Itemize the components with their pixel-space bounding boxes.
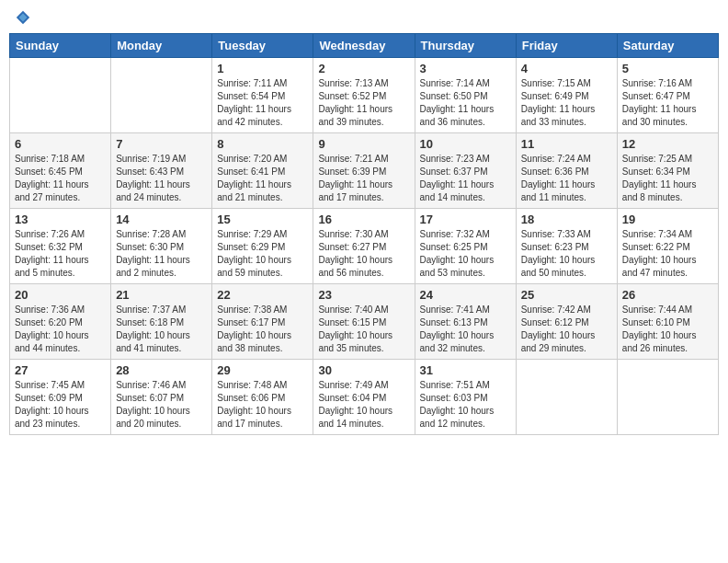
day-number: 26 — [622, 288, 713, 302]
calendar-day-cell: 25Sunrise: 7:42 AM Sunset: 6:12 PM Dayli… — [516, 284, 617, 360]
day-number: 9 — [318, 137, 409, 151]
day-number: 30 — [318, 363, 409, 377]
calendar-day-cell: 12Sunrise: 7:25 AM Sunset: 6:34 PM Dayli… — [617, 133, 718, 209]
day-of-week-header: Wednesday — [313, 34, 415, 58]
day-number: 27 — [15, 363, 106, 377]
calendar-day-cell — [111, 58, 212, 133]
day-info: Sunrise: 7:13 AM Sunset: 6:52 PM Dayligh… — [318, 77, 409, 129]
day-info: Sunrise: 7:16 AM Sunset: 6:47 PM Dayligh… — [622, 77, 713, 129]
day-of-week-header: Saturday — [617, 34, 718, 58]
calendar-day-cell: 19Sunrise: 7:34 AM Sunset: 6:22 PM Dayli… — [617, 209, 718, 284]
day-info: Sunrise: 7:41 AM Sunset: 6:13 PM Dayligh… — [420, 304, 511, 355]
calendar-day-cell: 6Sunrise: 7:18 AM Sunset: 6:45 PM Daylig… — [10, 133, 111, 209]
day-info: Sunrise: 7:34 AM Sunset: 6:22 PM Dayligh… — [622, 228, 713, 280]
day-of-week-header: Thursday — [415, 34, 516, 58]
calendar-day-cell: 5Sunrise: 7:16 AM Sunset: 6:47 PM Daylig… — [617, 58, 718, 133]
calendar-day-cell: 17Sunrise: 7:32 AM Sunset: 6:25 PM Dayli… — [415, 209, 516, 284]
day-number: 17 — [420, 213, 511, 226]
day-number: 16 — [318, 213, 409, 226]
day-info: Sunrise: 7:30 AM Sunset: 6:27 PM Dayligh… — [318, 228, 409, 280]
day-info: Sunrise: 7:19 AM Sunset: 6:43 PM Dayligh… — [116, 153, 207, 204]
calendar-week-row: 20Sunrise: 7:36 AM Sunset: 6:20 PM Dayli… — [10, 284, 719, 360]
calendar-day-cell: 13Sunrise: 7:26 AM Sunset: 6:32 PM Dayli… — [10, 209, 111, 284]
day-info: Sunrise: 7:38 AM Sunset: 6:17 PM Dayligh… — [217, 304, 308, 355]
calendar-day-cell: 9Sunrise: 7:21 AM Sunset: 6:39 PM Daylig… — [313, 133, 415, 209]
calendar-day-cell: 15Sunrise: 7:29 AM Sunset: 6:29 PM Dayli… — [212, 209, 313, 284]
day-number: 24 — [420, 288, 511, 302]
day-info: Sunrise: 7:21 AM Sunset: 6:39 PM Dayligh… — [318, 153, 409, 204]
calendar-week-row: 13Sunrise: 7:26 AM Sunset: 6:32 PM Dayli… — [10, 209, 719, 284]
day-info: Sunrise: 7:49 AM Sunset: 6:04 PM Dayligh… — [318, 379, 409, 431]
day-info: Sunrise: 7:23 AM Sunset: 6:37 PM Dayligh… — [420, 153, 511, 204]
day-number: 5 — [622, 62, 713, 75]
day-info: Sunrise: 7:36 AM Sunset: 6:20 PM Dayligh… — [15, 304, 106, 355]
day-of-week-header: Friday — [516, 34, 617, 58]
day-number: 25 — [521, 288, 612, 302]
calendar-day-cell: 3Sunrise: 7:14 AM Sunset: 6:50 PM Daylig… — [415, 58, 516, 133]
calendar-day-cell: 11Sunrise: 7:24 AM Sunset: 6:36 PM Dayli… — [516, 133, 617, 209]
day-info: Sunrise: 7:40 AM Sunset: 6:15 PM Dayligh… — [318, 304, 409, 355]
day-number: 4 — [521, 62, 612, 75]
day-info: Sunrise: 7:25 AM Sunset: 6:34 PM Dayligh… — [622, 153, 713, 204]
day-info: Sunrise: 7:15 AM Sunset: 6:49 PM Dayligh… — [521, 77, 612, 129]
day-number: 22 — [217, 288, 308, 302]
calendar-day-cell: 16Sunrise: 7:30 AM Sunset: 6:27 PM Dayli… — [313, 209, 415, 284]
calendar-day-cell — [516, 360, 617, 435]
calendar-day-cell: 21Sunrise: 7:37 AM Sunset: 6:18 PM Dayli… — [111, 284, 212, 360]
calendar-day-cell: 2Sunrise: 7:13 AM Sunset: 6:52 PM Daylig… — [313, 58, 415, 133]
calendar-day-cell: 28Sunrise: 7:46 AM Sunset: 6:07 PM Dayli… — [111, 360, 212, 435]
day-number: 20 — [15, 288, 106, 302]
day-number: 19 — [622, 213, 713, 226]
day-info: Sunrise: 7:37 AM Sunset: 6:18 PM Dayligh… — [116, 304, 207, 355]
day-info: Sunrise: 7:28 AM Sunset: 6:30 PM Dayligh… — [116, 228, 207, 280]
calendar-table: SundayMondayTuesdayWednesdayThursdayFrid… — [9, 33, 719, 435]
day-info: Sunrise: 7:32 AM Sunset: 6:25 PM Dayligh… — [420, 228, 511, 280]
day-number: 14 — [116, 213, 207, 226]
day-of-week-header: Sunday — [10, 34, 111, 58]
calendar-day-cell — [617, 360, 718, 435]
calendar-week-row: 27Sunrise: 7:45 AM Sunset: 6:09 PM Dayli… — [10, 360, 719, 435]
day-info: Sunrise: 7:45 AM Sunset: 6:09 PM Dayligh… — [15, 379, 106, 431]
day-number: 21 — [116, 288, 207, 302]
day-number: 12 — [622, 137, 713, 151]
day-number: 23 — [318, 288, 409, 302]
calendar-day-cell: 27Sunrise: 7:45 AM Sunset: 6:09 PM Dayli… — [10, 360, 111, 435]
day-info: Sunrise: 7:14 AM Sunset: 6:50 PM Dayligh… — [420, 77, 511, 129]
day-number: 13 — [15, 213, 106, 226]
day-info: Sunrise: 7:26 AM Sunset: 6:32 PM Dayligh… — [15, 228, 106, 280]
day-number: 8 — [217, 137, 308, 151]
calendar-day-cell: 22Sunrise: 7:38 AM Sunset: 6:17 PM Dayli… — [212, 284, 313, 360]
calendar-day-cell: 18Sunrise: 7:33 AM Sunset: 6:23 PM Dayli… — [516, 209, 617, 284]
calendar-day-cell — [10, 58, 111, 133]
calendar-day-cell: 29Sunrise: 7:48 AM Sunset: 6:06 PM Dayli… — [212, 360, 313, 435]
day-info: Sunrise: 7:46 AM Sunset: 6:07 PM Dayligh… — [116, 379, 207, 431]
calendar-body: 1Sunrise: 7:11 AM Sunset: 6:54 PM Daylig… — [10, 58, 719, 435]
day-number: 2 — [318, 62, 409, 75]
calendar-day-cell: 7Sunrise: 7:19 AM Sunset: 6:43 PM Daylig… — [111, 133, 212, 209]
day-number: 10 — [420, 137, 511, 151]
calendar-day-cell: 20Sunrise: 7:36 AM Sunset: 6:20 PM Dayli… — [10, 284, 111, 360]
day-number: 31 — [420, 363, 511, 377]
day-number: 29 — [217, 363, 308, 377]
day-number: 3 — [420, 62, 511, 75]
day-info: Sunrise: 7:29 AM Sunset: 6:29 PM Dayligh… — [217, 228, 308, 280]
day-info: Sunrise: 7:48 AM Sunset: 6:06 PM Dayligh… — [217, 379, 308, 431]
day-info: Sunrise: 7:51 AM Sunset: 6:03 PM Dayligh… — [420, 379, 511, 431]
calendar-day-cell: 10Sunrise: 7:23 AM Sunset: 6:37 PM Dayli… — [415, 133, 516, 209]
calendar-day-cell: 31Sunrise: 7:51 AM Sunset: 6:03 PM Dayli… — [415, 360, 516, 435]
day-info: Sunrise: 7:11 AM Sunset: 6:54 PM Dayligh… — [217, 77, 308, 129]
day-info: Sunrise: 7:18 AM Sunset: 6:45 PM Dayligh… — [15, 153, 106, 204]
day-number: 15 — [217, 213, 308, 226]
day-number: 6 — [15, 137, 106, 151]
days-of-week-row: SundayMondayTuesdayWednesdayThursdayFrid… — [10, 34, 719, 58]
calendar-day-cell: 30Sunrise: 7:49 AM Sunset: 6:04 PM Dayli… — [313, 360, 415, 435]
calendar-week-row: 6Sunrise: 7:18 AM Sunset: 6:45 PM Daylig… — [10, 133, 719, 209]
calendar-day-cell: 8Sunrise: 7:20 AM Sunset: 6:41 PM Daylig… — [212, 133, 313, 209]
calendar-day-cell: 4Sunrise: 7:15 AM Sunset: 6:49 PM Daylig… — [516, 58, 617, 133]
day-info: Sunrise: 7:24 AM Sunset: 6:36 PM Dayligh… — [521, 153, 612, 204]
day-info: Sunrise: 7:42 AM Sunset: 6:12 PM Dayligh… — [521, 304, 612, 355]
calendar-day-cell: 14Sunrise: 7:28 AM Sunset: 6:30 PM Dayli… — [111, 209, 212, 284]
day-number: 7 — [116, 137, 207, 151]
page-header — [9, 9, 719, 26]
logo — [13, 9, 31, 26]
